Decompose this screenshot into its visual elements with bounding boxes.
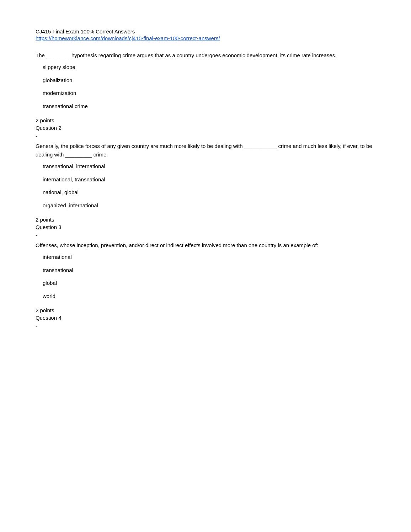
q3-header: 2 points Question 3 - xyxy=(36,217,375,238)
q3-option-2: transnational xyxy=(43,266,375,275)
q2-header: 2 points Question 2 - xyxy=(36,117,375,139)
q2-option-2: international, transnational xyxy=(43,176,375,184)
q2-label: Question 2 xyxy=(36,125,375,131)
q2-option-1: transnational, international xyxy=(43,163,375,171)
question-2-text: Generally, the police forces of any give… xyxy=(36,142,375,159)
q3-dash: - xyxy=(36,232,375,238)
question-2-block: Generally, the police forces of any give… xyxy=(36,142,375,209)
doc-title: CJ415 Final Exam 100% Correct Answers xyxy=(36,28,375,34)
q4-header: 2 points Question 4 - xyxy=(36,307,375,329)
page-container: CJ415 Final Exam 100% Correct Answers ht… xyxy=(0,0,411,360)
q2-option-3: national, global xyxy=(43,188,375,197)
q1-option-1: slippery slope xyxy=(43,63,375,71)
q2-option-4: organized, international xyxy=(43,202,375,210)
q1-option-3: modernization xyxy=(43,89,375,97)
question-1-text: The ________ hypothesis regarding crime … xyxy=(36,51,375,60)
doc-link[interactable]: https://homeworklance.com/downloads/cj41… xyxy=(36,35,375,41)
q4-label: Question 4 xyxy=(36,315,375,321)
q3-points: 2 points xyxy=(36,307,375,313)
q2-points: 2 points xyxy=(36,217,375,223)
question-3-block: Offenses, whose inception, prevention, a… xyxy=(36,241,375,300)
question-3-text: Offenses, whose inception, prevention, a… xyxy=(36,241,375,250)
q1-option-4: transnational crime xyxy=(43,102,375,111)
doc-header: CJ415 Final Exam 100% Correct Answers ht… xyxy=(36,28,375,41)
q4-dash: - xyxy=(36,323,375,329)
q3-option-1: international xyxy=(43,253,375,261)
q1-option-2: globalization xyxy=(43,76,375,85)
q3-option-4: world xyxy=(43,292,375,300)
q1-points: 2 points xyxy=(36,117,375,123)
q3-label: Question 3 xyxy=(36,224,375,230)
question-1-block: The ________ hypothesis regarding crime … xyxy=(36,51,375,110)
q2-dash: - xyxy=(36,133,375,139)
q3-option-3: global xyxy=(43,279,375,287)
